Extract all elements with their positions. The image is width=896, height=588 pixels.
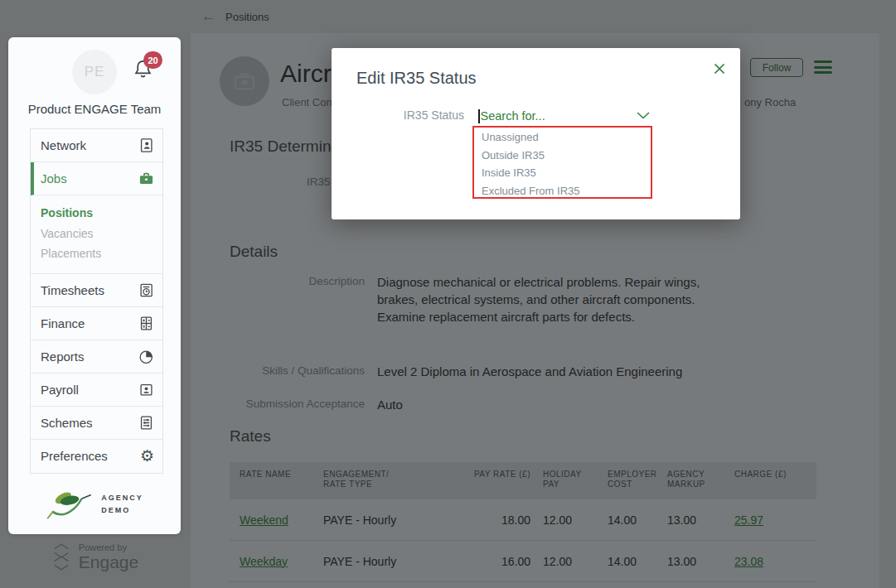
gear-icon: ⚙ <box>140 450 154 463</box>
sliders-document-icon <box>138 415 154 431</box>
sidebar-item-payroll[interactable]: Payroll <box>31 374 162 407</box>
notification-count-badge: 20 <box>143 51 162 69</box>
team-name: Product ENGAGE Team <box>8 102 181 116</box>
sidebar-item-timesheets[interactable]: Timesheets <box>31 274 162 307</box>
sidebar-item-finance[interactable]: Finance <box>31 307 162 340</box>
jobs-subnav: Positions Vacancies Placements <box>31 195 162 274</box>
sidebar-item-positions[interactable]: Positions <box>41 203 162 224</box>
modal-title: Edit IR35 Status <box>356 69 477 88</box>
option-inside-ir35[interactable]: Inside IR35 <box>482 164 651 182</box>
option-excluded-from-ir35[interactable]: Excluded From IR35 <box>482 182 651 200</box>
page: ← Positions Aircra Client Confi ony Roch… <box>0 0 896 588</box>
sidebar-item-vacancies[interactable]: Vacancies <box>41 224 162 244</box>
sidebar: PE 20 Product ENGAGE Team Network <box>8 37 181 534</box>
agency-label: AGENCY <box>101 492 143 504</box>
notifications-bell[interactable]: 20 <box>133 59 169 92</box>
demo-label: DEMO <box>101 504 143 517</box>
ir35-status-dropdown: Unassigned Outside IR35 Inside IR35 Excl… <box>472 126 652 199</box>
timesheet-clock-icon <box>138 282 154 298</box>
search-input[interactable]: Search for... <box>478 106 652 126</box>
agency-demo-logo: AGENCY DEMO <box>8 486 181 523</box>
hummingbird-icon <box>46 486 94 523</box>
text-cursor <box>478 109 480 123</box>
sidebar-item-schemes[interactable]: Schemes <box>31 407 162 440</box>
edit-ir35-status-modal: Edit IR35 Status IR35 Status Search for.… <box>332 48 740 219</box>
close-icon[interactable] <box>713 62 726 75</box>
payroll-card-icon <box>138 382 154 398</box>
ir35-status-field-label: IR35 Status <box>356 108 464 122</box>
option-unassigned[interactable]: Unassigned <box>482 128 651 147</box>
sidebar-item-reports[interactable]: Reports <box>31 340 162 374</box>
search-placeholder: Search for... <box>481 109 545 123</box>
sidebar-item-jobs[interactable]: Jobs <box>31 162 162 195</box>
calculator-icon <box>138 316 154 331</box>
briefcase-icon <box>138 171 154 186</box>
chevron-down-icon[interactable] <box>637 112 650 119</box>
option-outside-ir35[interactable]: Outside IR35 <box>482 147 651 165</box>
address-book-icon <box>138 137 154 153</box>
sidebar-nav: Network Jobs <box>30 128 163 474</box>
sidebar-item-preferences[interactable]: Preferences ⚙ <box>31 440 162 473</box>
avatar: PE <box>72 50 117 94</box>
sidebar-item-network[interactable]: Network <box>31 129 162 162</box>
sidebar-item-placements[interactable]: Placements <box>41 243 162 264</box>
pie-chart-icon <box>138 349 154 364</box>
